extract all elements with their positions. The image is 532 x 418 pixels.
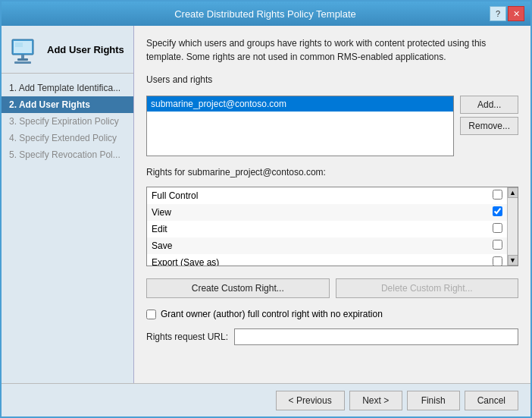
- add-user-button[interactable]: Add...: [460, 96, 518, 114]
- window-title: Create Distributed Rights Policy Templat…: [41, 8, 490, 20]
- right-checkbox-cell[interactable]: [488, 254, 507, 266]
- full-control-checkbox[interactable]: [493, 190, 502, 200]
- edit-checkbox[interactable]: [493, 223, 502, 233]
- title-bar: Create Distributed Rights Policy Templat…: [2, 2, 530, 26]
- right-name: Export (Save as): [147, 254, 488, 266]
- users-listbox[interactable]: submarine_project@contoso.com: [146, 96, 454, 156]
- sidebar-nav: 1. Add Template Identifica... 2. Add Use…: [2, 74, 133, 169]
- grant-owner-row: Grant owner (author) full control right …: [146, 309, 518, 319]
- right-name: Edit: [147, 221, 488, 237]
- right-checkbox-cell[interactable]: [488, 221, 507, 237]
- delete-custom-right-button[interactable]: Delete Custom Right...: [336, 278, 519, 298]
- nav-item-add-user-rights[interactable]: 2. Add User Rights: [2, 96, 133, 113]
- url-label: Rights request URL:: [146, 332, 228, 342]
- sidebar-header-label: Add User Rights: [47, 44, 124, 57]
- view-checkbox[interactable]: [493, 206, 502, 216]
- scroll-down-arrow[interactable]: ▼: [508, 255, 518, 266]
- nav-item-extended: 4. Specify Extended Policy: [2, 130, 133, 146]
- help-button[interactable]: ?: [490, 6, 506, 21]
- right-checkbox-cell[interactable]: [488, 204, 507, 221]
- svg-rect-2: [21, 55, 24, 58]
- rights-table-container: Full Control View Edit Save: [146, 187, 518, 266]
- table-row: View: [147, 204, 507, 221]
- table-row: Full Control: [147, 187, 507, 204]
- right-name: Save: [147, 237, 488, 254]
- user-list-item[interactable]: submarine_project@contoso.com: [147, 96, 453, 112]
- rights-for-label: Rights for submarine_project@contoso.com…: [146, 167, 518, 178]
- nav-item-revocation: 5. Specify Revocation Pol...: [2, 146, 133, 163]
- users-rights-label: Users and rights: [146, 74, 518, 85]
- sidebar: Add User Rights 1. Add Template Identifi…: [2, 26, 134, 383]
- grant-owner-checkbox[interactable]: [146, 310, 156, 319]
- scroll-up-arrow[interactable]: ▲: [508, 187, 518, 198]
- nav-item-add-template[interactable]: 1. Add Template Identifica...: [2, 80, 133, 96]
- main-window: Create Distributed Rights Policy Templat…: [0, 0, 532, 418]
- description-text: Specify which users and groups have righ…: [146, 36, 518, 64]
- svg-rect-5: [15, 42, 23, 47]
- table-row: Save: [147, 237, 507, 254]
- svg-rect-3: [17, 58, 28, 61]
- right-name: View: [147, 204, 488, 221]
- rights-buttons-row: Create Custom Right... Delete Custom Rig…: [146, 278, 518, 298]
- create-custom-right-button[interactable]: Create Custom Right...: [146, 278, 330, 298]
- bottom-bar: < Previous Next > Finish Cancel: [2, 383, 530, 416]
- right-checkbox-cell[interactable]: [488, 237, 507, 254]
- table-row: Edit: [147, 221, 507, 237]
- scroll-track: [508, 198, 518, 255]
- scrollbar[interactable]: ▲ ▼: [507, 187, 518, 266]
- users-rights-row: submarine_project@contoso.com Add... Rem…: [146, 96, 518, 156]
- right-name: Full Control: [147, 187, 488, 204]
- export-checkbox[interactable]: [493, 256, 502, 266]
- remove-user-button[interactable]: Remove...: [460, 117, 518, 135]
- url-row: Rights request URL:: [146, 328, 518, 345]
- finish-button[interactable]: Finish: [407, 391, 460, 410]
- nav-item-expiration: 3. Specify Expiration Policy: [2, 113, 133, 130]
- title-bar-buttons: ? ✕: [490, 6, 524, 21]
- next-button[interactable]: Next >: [349, 391, 402, 410]
- previous-button[interactable]: < Previous: [276, 391, 345, 410]
- url-input[interactable]: [234, 328, 518, 345]
- computer-icon: [9, 35, 39, 65]
- close-button[interactable]: ✕: [508, 6, 524, 21]
- save-checkbox[interactable]: [493, 240, 502, 250]
- sidebar-header: Add User Rights: [2, 26, 133, 74]
- cancel-button[interactable]: Cancel: [465, 391, 518, 410]
- table-row: Export (Save as): [147, 254, 507, 266]
- content-area: Add User Rights 1. Add Template Identifi…: [2, 26, 530, 383]
- users-btn-group: Add... Remove...: [460, 96, 518, 135]
- rights-table: Full Control View Edit Save: [147, 187, 507, 266]
- svg-rect-4: [14, 61, 31, 64]
- grant-owner-label: Grant owner (author) full control right …: [161, 309, 383, 319]
- right-checkbox-cell[interactable]: [488, 187, 507, 204]
- main-panel: Specify which users and groups have righ…: [134, 26, 530, 383]
